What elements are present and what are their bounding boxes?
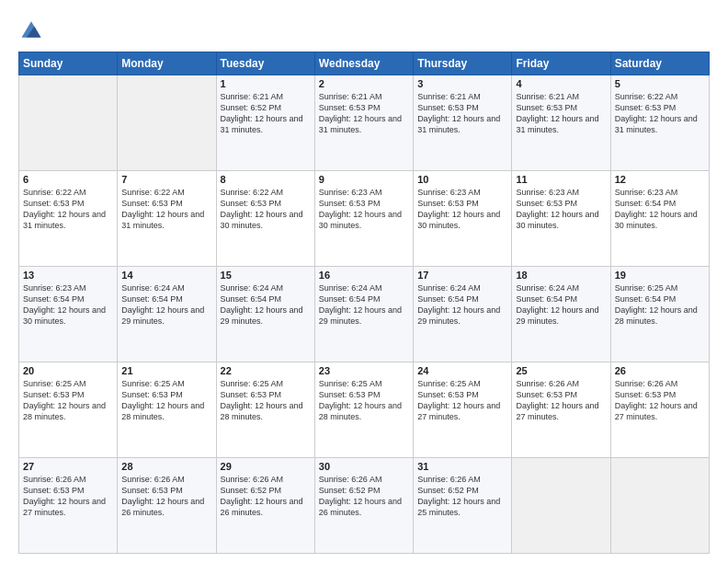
calendar-cell: 17Sunrise: 6:24 AM Sunset: 6:54 PM Dayli…: [414, 267, 512, 362]
cell-details: Sunrise: 6:22 AM Sunset: 6:53 PM Dayligh…: [615, 91, 705, 136]
calendar-cell: 23Sunrise: 6:25 AM Sunset: 6:53 PM Dayli…: [314, 362, 413, 458]
weekday-thursday: Thursday: [414, 52, 512, 75]
day-number: 8: [221, 174, 311, 185]
day-number: 22: [221, 365, 311, 376]
calendar-cell: 21Sunrise: 6:25 AM Sunset: 6:53 PM Dayli…: [118, 362, 216, 458]
cell-details: Sunrise: 6:25 AM Sunset: 6:53 PM Dayligh…: [121, 378, 211, 423]
cell-details: Sunrise: 6:21 AM Sunset: 6:52 PM Dayligh…: [221, 91, 311, 136]
calendar-cell: 11Sunrise: 6:23 AM Sunset: 6:53 PM Dayli…: [512, 171, 610, 267]
cell-details: Sunrise: 6:26 AM Sunset: 6:52 PM Dayligh…: [319, 474, 409, 519]
day-number: 29: [221, 461, 311, 472]
calendar-cell: 26Sunrise: 6:26 AM Sunset: 6:53 PM Dayli…: [610, 362, 709, 458]
logo-icon: [18, 17, 44, 42]
calendar-cell: 14Sunrise: 6:24 AM Sunset: 6:54 PM Dayli…: [118, 267, 216, 362]
cell-details: Sunrise: 6:24 AM Sunset: 6:54 PM Dayligh…: [516, 282, 606, 327]
week-row-2: 6Sunrise: 6:22 AM Sunset: 6:53 PM Daylig…: [19, 171, 710, 267]
cell-details: Sunrise: 6:26 AM Sunset: 6:53 PM Dayligh…: [121, 474, 211, 519]
cell-details: Sunrise: 6:23 AM Sunset: 6:53 PM Dayligh…: [417, 187, 507, 232]
calendar-cell: 16Sunrise: 6:24 AM Sunset: 6:54 PM Dayli…: [314, 267, 413, 362]
cell-details: Sunrise: 6:25 AM Sunset: 6:53 PM Dayligh…: [23, 378, 113, 423]
day-number: 23: [319, 365, 409, 376]
calendar-cell: 7Sunrise: 6:22 AM Sunset: 6:53 PM Daylig…: [118, 171, 216, 267]
calendar-cell: 4Sunrise: 6:21 AM Sunset: 6:53 PM Daylig…: [512, 75, 610, 171]
calendar-cell: 19Sunrise: 6:25 AM Sunset: 6:54 PM Dayli…: [610, 267, 709, 362]
header: [18, 17, 710, 42]
weekday-tuesday: Tuesday: [216, 52, 314, 75]
day-number: 26: [615, 365, 705, 376]
logo: [18, 17, 48, 42]
cell-details: Sunrise: 6:25 AM Sunset: 6:53 PM Dayligh…: [417, 378, 507, 423]
day-number: 11: [516, 174, 606, 185]
cell-details: Sunrise: 6:21 AM Sunset: 6:53 PM Dayligh…: [417, 91, 507, 136]
calendar-cell: 30Sunrise: 6:26 AM Sunset: 6:52 PM Dayli…: [314, 458, 413, 554]
calendar-cell: [512, 458, 610, 554]
day-number: 16: [319, 270, 409, 281]
cell-details: Sunrise: 6:23 AM Sunset: 6:53 PM Dayligh…: [319, 187, 409, 232]
cell-details: Sunrise: 6:24 AM Sunset: 6:54 PM Dayligh…: [417, 282, 507, 327]
calendar-cell: 22Sunrise: 6:25 AM Sunset: 6:53 PM Dayli…: [216, 362, 314, 458]
week-row-1: 1Sunrise: 6:21 AM Sunset: 6:52 PM Daylig…: [19, 75, 710, 171]
calendar-cell: 15Sunrise: 6:24 AM Sunset: 6:54 PM Dayli…: [216, 267, 314, 362]
cell-details: Sunrise: 6:21 AM Sunset: 6:53 PM Dayligh…: [319, 91, 409, 136]
day-number: 3: [417, 78, 507, 89]
calendar-cell: 31Sunrise: 6:26 AM Sunset: 6:52 PM Dayli…: [414, 458, 512, 554]
calendar-cell: 13Sunrise: 6:23 AM Sunset: 6:54 PM Dayli…: [19, 267, 118, 362]
weekday-monday: Monday: [118, 52, 216, 75]
cell-details: Sunrise: 6:25 AM Sunset: 6:53 PM Dayligh…: [319, 378, 409, 423]
calendar-cell: 1Sunrise: 6:21 AM Sunset: 6:52 PM Daylig…: [216, 75, 314, 171]
calendar-cell: 10Sunrise: 6:23 AM Sunset: 6:53 PM Dayli…: [414, 171, 512, 267]
day-number: 24: [417, 365, 507, 376]
calendar-cell: 28Sunrise: 6:26 AM Sunset: 6:53 PM Dayli…: [118, 458, 216, 554]
day-number: 4: [516, 78, 606, 89]
day-number: 17: [417, 270, 507, 281]
calendar-cell: 12Sunrise: 6:23 AM Sunset: 6:54 PM Dayli…: [610, 171, 709, 267]
cell-details: Sunrise: 6:26 AM Sunset: 6:53 PM Dayligh…: [615, 378, 705, 423]
weekday-friday: Friday: [512, 52, 610, 75]
day-number: 18: [516, 270, 606, 281]
calendar-cell: [19, 75, 118, 171]
day-number: 15: [221, 270, 311, 281]
cell-details: Sunrise: 6:26 AM Sunset: 6:52 PM Dayligh…: [417, 474, 507, 519]
day-number: 28: [121, 461, 211, 472]
calendar-cell: 6Sunrise: 6:22 AM Sunset: 6:53 PM Daylig…: [19, 171, 118, 267]
day-number: 27: [23, 461, 113, 472]
cell-details: Sunrise: 6:24 AM Sunset: 6:54 PM Dayligh…: [319, 282, 409, 327]
weekday-header-row: SundayMondayTuesdayWednesdayThursdayFrid…: [19, 52, 710, 75]
calendar-table: SundayMondayTuesdayWednesdayThursdayFrid…: [18, 52, 710, 554]
cell-details: Sunrise: 6:26 AM Sunset: 6:53 PM Dayligh…: [23, 474, 113, 519]
cell-details: Sunrise: 6:25 AM Sunset: 6:54 PM Dayligh…: [615, 282, 705, 327]
calendar-cell: 5Sunrise: 6:22 AM Sunset: 6:53 PM Daylig…: [610, 75, 709, 171]
calendar-cell: 25Sunrise: 6:26 AM Sunset: 6:53 PM Dayli…: [512, 362, 610, 458]
cell-details: Sunrise: 6:24 AM Sunset: 6:54 PM Dayligh…: [221, 282, 311, 327]
calendar-cell: 29Sunrise: 6:26 AM Sunset: 6:52 PM Dayli…: [216, 458, 314, 554]
weekday-saturday: Saturday: [610, 52, 709, 75]
cell-details: Sunrise: 6:26 AM Sunset: 6:53 PM Dayligh…: [516, 378, 606, 423]
day-number: 13: [23, 270, 113, 281]
cell-details: Sunrise: 6:25 AM Sunset: 6:53 PM Dayligh…: [221, 378, 311, 423]
day-number: 7: [121, 174, 211, 185]
calendar-cell: 27Sunrise: 6:26 AM Sunset: 6:53 PM Dayli…: [19, 458, 118, 554]
day-number: 2: [319, 78, 409, 89]
calendar-cell: 2Sunrise: 6:21 AM Sunset: 6:53 PM Daylig…: [314, 75, 413, 171]
cell-details: Sunrise: 6:22 AM Sunset: 6:53 PM Dayligh…: [221, 187, 311, 232]
day-number: 21: [121, 365, 211, 376]
day-number: 20: [23, 365, 113, 376]
cell-details: Sunrise: 6:24 AM Sunset: 6:54 PM Dayligh…: [121, 282, 211, 327]
cell-details: Sunrise: 6:22 AM Sunset: 6:53 PM Dayligh…: [23, 187, 113, 232]
calendar-cell: 3Sunrise: 6:21 AM Sunset: 6:53 PM Daylig…: [414, 75, 512, 171]
cell-details: Sunrise: 6:23 AM Sunset: 6:54 PM Dayligh…: [615, 187, 705, 232]
calendar-cell: 9Sunrise: 6:23 AM Sunset: 6:53 PM Daylig…: [314, 171, 413, 267]
calendar-cell: 8Sunrise: 6:22 AM Sunset: 6:53 PM Daylig…: [216, 171, 314, 267]
day-number: 5: [615, 78, 705, 89]
weekday-wednesday: Wednesday: [314, 52, 413, 75]
page: SundayMondayTuesdayWednesdayThursdayFrid…: [0, 0, 728, 563]
cell-details: Sunrise: 6:26 AM Sunset: 6:52 PM Dayligh…: [221, 474, 311, 519]
week-row-4: 20Sunrise: 6:25 AM Sunset: 6:53 PM Dayli…: [19, 362, 710, 458]
cell-details: Sunrise: 6:22 AM Sunset: 6:53 PM Dayligh…: [121, 187, 211, 232]
day-number: 9: [319, 174, 409, 185]
calendar-cell: 18Sunrise: 6:24 AM Sunset: 6:54 PM Dayli…: [512, 267, 610, 362]
calendar-cell: [610, 458, 709, 554]
day-number: 25: [516, 365, 606, 376]
day-number: 1: [221, 78, 311, 89]
day-number: 10: [417, 174, 507, 185]
